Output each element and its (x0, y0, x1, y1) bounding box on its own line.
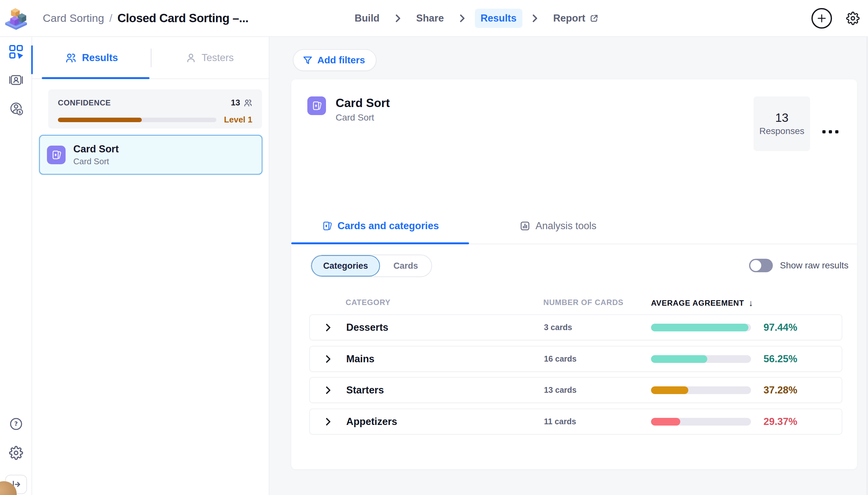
page-title: Closed Card Sorting –... (117, 12, 248, 25)
id-card-icon (9, 73, 23, 87)
tab-results-label: Results (82, 52, 118, 64)
column-header-category[interactable]: CATEGORY (345, 298, 391, 307)
add-filters-label: Add filters (317, 55, 365, 66)
dot (835, 130, 838, 133)
segment-categories[interactable]: Categories (311, 255, 380, 276)
column-header-number-of-cards[interactable]: NUMBER OF CARDS (543, 298, 623, 307)
table-row[interactable]: Starters 13 cards 37.28% (309, 377, 842, 403)
study-subtitle: Card Sort (73, 156, 119, 167)
segment-cards[interactable]: Cards (380, 255, 431, 276)
svg-text:?: ? (15, 421, 18, 427)
study-title: Card Sort (73, 143, 119, 155)
help-button[interactable]: ? (0, 417, 32, 431)
person-icon (186, 52, 197, 63)
tab-testers-label: Testers (202, 52, 234, 64)
category-card-count: 16 cards (544, 354, 651, 363)
cubes-logo-icon (4, 7, 28, 30)
nav-build[interactable]: Build (349, 9, 386, 28)
chevron-right-icon[interactable] (310, 323, 346, 332)
show-raw-results-label: Show raw results (780, 260, 848, 271)
plus-icon (817, 13, 827, 23)
results-panel: Results Testers CONFIDENCE 13 (32, 37, 269, 495)
scrollbar-track[interactable] (867, 37, 867, 495)
dashboard-icon (8, 44, 24, 59)
help-icon: ? (9, 417, 23, 431)
chevron-right-icon[interactable] (310, 355, 346, 363)
breadcrumb-section[interactable]: Card Sorting (43, 12, 104, 24)
view-segmented-control: Categories Cards (310, 255, 432, 277)
create-new-button[interactable] (812, 8, 832, 29)
tab-analysis-tools[interactable]: Analysis tools (469, 208, 647, 244)
nav-results[interactable]: Results (475, 9, 523, 28)
users-icon (65, 52, 77, 63)
responses-count: 13 (775, 111, 788, 125)
sort-descending-icon: ↓ (749, 298, 753, 308)
users-icon (243, 99, 252, 107)
external-link-icon (589, 14, 599, 23)
tab-divider (151, 49, 151, 67)
bar-chart-icon (520, 221, 530, 232)
workflow-nav: Build Share Results Report (349, 0, 605, 36)
confidence-card: CONFIDENCE 13 Level 1 (48, 89, 262, 129)
active-tab-underline (291, 242, 469, 244)
agreement-bar-track (651, 386, 751, 394)
agreement-percent: 29.37% (764, 416, 841, 427)
study-list-item-card-sort[interactable]: Card Sort Card Sort (39, 135, 262, 174)
agreement-percent: 37.28% (764, 385, 841, 396)
agreement-bar-fill (651, 324, 748, 331)
show-raw-results-toggle[interactable] (749, 259, 773, 272)
confidence-progress-track (58, 118, 216, 122)
sidebar-settings-button[interactable] (0, 446, 32, 460)
chevron-right-icon[interactable] (310, 386, 346, 394)
results-tabs: Cards and categories Analysis tools (291, 208, 857, 244)
icon-sidebar: $ ? (0, 37, 32, 495)
confidence-progress-fill (58, 118, 142, 122)
svg-text:$: $ (18, 110, 21, 115)
responses-label: Responses (759, 126, 804, 136)
main-content: Add filters Card Sort Card Sort 13 (269, 37, 868, 495)
agreement-percent: 56.25% (764, 353, 841, 365)
gear-icon (9, 446, 23, 460)
confidence-count: 13 (231, 98, 240, 108)
confidence-label: CONFIDENCE (58, 98, 111, 107)
study-results-card: Card Sort Card Sort 13 Responses (291, 80, 857, 469)
dot (829, 130, 832, 133)
nav-share[interactable]: Share (410, 9, 450, 28)
category-card-count: 3 cards (544, 323, 651, 332)
chevron-right-icon[interactable] (310, 417, 346, 426)
tab-cards-and-categories[interactable]: Cards and categories (291, 208, 469, 244)
card-sort-icon (322, 221, 333, 232)
chevron-right-icon (395, 14, 401, 22)
table-row[interactable]: Appetizers 11 cards 29.37% (309, 409, 842, 434)
table-row[interactable]: Mains 16 cards 56.25% (309, 346, 842, 372)
nav-report[interactable]: Report (547, 9, 605, 28)
tab-results[interactable]: Results (32, 37, 151, 79)
confidence-level: Level 1 (224, 115, 252, 125)
tab-cards-and-categories-label: Cards and categories (338, 220, 439, 232)
settings-gear-icon[interactable] (846, 12, 860, 25)
agreement-bar-fill (651, 386, 688, 394)
app-logo[interactable] (0, 0, 32, 36)
dot (822, 130, 826, 133)
more-options-button[interactable] (822, 130, 838, 133)
column-header-average-agreement[interactable]: AVERAGE AGREEMENT ↓ (651, 298, 753, 308)
sidebar-item-studies[interactable] (0, 44, 32, 59)
panel-tabs: Results Testers (32, 37, 269, 79)
category-name: Mains (346, 353, 544, 365)
agreement-bar-fill (651, 355, 707, 363)
topbar-actions (812, 0, 860, 36)
active-nav-indicator (31, 45, 33, 74)
add-filters-button[interactable]: Add filters (293, 49, 376, 71)
card-sort-icon (307, 97, 326, 115)
tab-testers[interactable]: Testers (151, 37, 269, 79)
category-name: Starters (346, 385, 544, 396)
chevron-right-icon (459, 14, 465, 22)
active-tab-underline (42, 77, 150, 79)
card-sort-icon (47, 146, 66, 164)
agreement-percent: 97.44% (764, 322, 841, 333)
sidebar-item-account-credits[interactable]: $ (0, 101, 32, 116)
column-header-average-agreement-label: AVERAGE AGREEMENT (651, 298, 744, 308)
sidebar-item-participants[interactable] (0, 73, 32, 87)
table-row[interactable]: Desserts 3 cards 97.44% (309, 314, 842, 340)
toggle-knob (750, 260, 761, 271)
